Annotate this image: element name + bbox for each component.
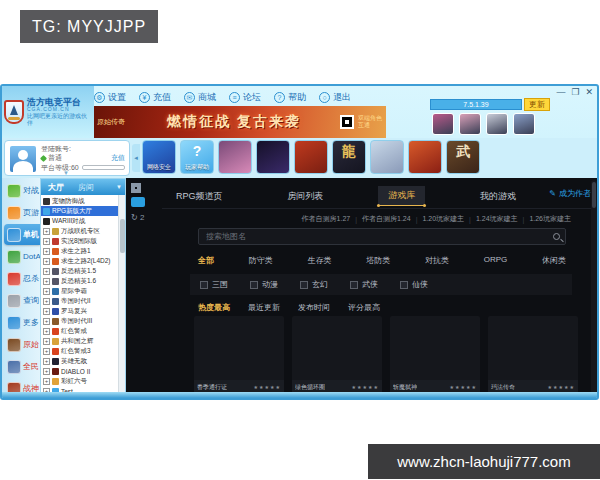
tag-filter-动漫[interactable]: 动漫 — [250, 279, 278, 290]
tag-filter-仙侠[interactable]: 仙侠 — [400, 279, 428, 290]
tab-房间列表[interactable]: 房间列表 — [277, 187, 333, 206]
checkbox[interactable] — [350, 281, 358, 289]
sidebar-tab-对战[interactable]: 对战 — [4, 180, 40, 201]
mall-button[interactable]: ✉商城 — [184, 91, 216, 104]
tree-item[interactable]: +万战联机专区 — [41, 226, 118, 236]
refresh-icon[interactable]: ↻ — [131, 213, 138, 222]
avatar[interactable] — [432, 113, 454, 135]
quick-link[interactable]: 1.26玩家建主 — [529, 214, 571, 224]
game-thumb[interactable] — [408, 140, 442, 174]
avatar[interactable] — [486, 113, 508, 135]
game-thumb[interactable] — [218, 140, 252, 174]
tree-item[interactable]: +求生之路1 — [41, 246, 118, 256]
recharge-button[interactable]: ¥充值 — [139, 91, 171, 104]
expand-icon[interactable]: + — [43, 328, 50, 335]
tab-RPG频道页[interactable]: RPG频道页 — [166, 187, 233, 206]
map-card[interactable]: 8544斩魔弑神斩魔弑神★★★★★ — [390, 316, 480, 394]
expand-icon[interactable]: + — [43, 228, 50, 235]
sort-发布时间[interactable]: 发布时间 — [298, 302, 330, 313]
quick-link[interactable]: 1.24玩家建主 — [476, 214, 518, 224]
map-card[interactable]: 8131玛法传奇玛法传奇★★★★★ — [488, 316, 578, 394]
sort-最近更新[interactable]: 最近更新 — [248, 302, 280, 313]
game-thumb[interactable]: 龍 — [332, 140, 366, 174]
sidebar-tab-原始[interactable]: 原始 — [4, 334, 40, 355]
expand-icon[interactable]: + — [43, 308, 50, 315]
tree-item[interactable]: +红色警戒 — [41, 326, 118, 336]
sidebar-tab-更多[interactable]: 更多 — [4, 312, 40, 333]
tree-item[interactable]: +反恐精英1.5 — [41, 266, 118, 276]
forum-button[interactable]: ≡论坛 — [229, 91, 261, 104]
checkbox[interactable] — [200, 281, 208, 289]
expand-icon[interactable]: + — [43, 288, 50, 295]
update-button[interactable]: 更新 — [524, 98, 550, 111]
category-休闲类[interactable]: 休闲类 — [542, 255, 566, 266]
game-thumb[interactable]: 武 — [446, 140, 480, 174]
tree-tab-房间[interactable]: 房间 — [71, 182, 101, 193]
tree-tab-大厅[interactable]: 大厅 — [41, 182, 71, 193]
tree-item[interactable]: +反恐精英1.6 — [41, 276, 118, 286]
checkbox[interactable] — [400, 281, 408, 289]
expand-icon[interactable]: + — [43, 368, 50, 375]
tree-item[interactable]: +红色警戒3 — [41, 346, 118, 356]
expand-icon[interactable]: + — [43, 278, 50, 285]
become-author-link[interactable]: ✎ 成为作者 — [549, 188, 591, 199]
chevron-down-icon[interactable]: ▼ — [116, 184, 122, 190]
panel-expand-caret[interactable]: ▼ — [63, 170, 69, 176]
minimize-button[interactable]: — — [556, 87, 565, 97]
expand-icon[interactable]: + — [43, 378, 50, 385]
expand-icon[interactable]: + — [43, 338, 50, 345]
exit-button[interactable]: ○退出 — [319, 91, 351, 104]
tree-scrollbar[interactable] — [118, 195, 125, 395]
quick-link[interactable]: 作者自测房1.27 — [302, 214, 351, 224]
tag-filter-武侠[interactable]: 武侠 — [350, 279, 378, 290]
tree-item[interactable]: 宠物防御战 — [41, 196, 118, 206]
search-input[interactable] — [204, 231, 553, 242]
game-thumb[interactable] — [370, 140, 404, 174]
quick-link[interactable]: 1.20玩家建主 — [422, 214, 464, 224]
gear-button[interactable]: ⚙设置 — [94, 91, 126, 104]
grid-view-icon[interactable] — [131, 183, 141, 193]
category-ORPG[interactable]: ORPG — [484, 255, 508, 266]
restore-button[interactable]: ❐ — [571, 87, 579, 97]
sidebar-tab-全民[interactable]: 全民 — [4, 356, 40, 377]
tree-item[interactable]: +帝国时代III — [41, 316, 118, 326]
tree-item[interactable]: +求生之路2(L4D2) — [41, 256, 118, 266]
content-scrollbar-thumb[interactable] — [592, 182, 596, 208]
expand-icon[interactable]: + — [43, 248, 50, 255]
recharge-link[interactable]: 充值 — [111, 153, 125, 162]
strip-item-玩家帮助[interactable]: ?玩家帮助 — [180, 140, 214, 174]
expand-icon[interactable]: + — [43, 348, 50, 355]
tag-filter-玄幻[interactable]: 玄幻 — [300, 279, 328, 290]
collapse-strip-button[interactable]: ◂ — [132, 144, 140, 172]
tree-item[interactable]: +帝国时代II — [41, 296, 118, 306]
tab-游戏库[interactable]: 游戏库 — [378, 186, 425, 206]
quick-link[interactable]: 作者自测房1.24 — [362, 214, 411, 224]
sidebar-tab-DotA[interactable]: DotA — [4, 246, 40, 267]
content-scrollbar[interactable] — [591, 180, 597, 394]
map-card[interactable]: 9741绿色循环圈外传绿色循环圈★★★★★ — [292, 316, 382, 394]
tree-item[interactable]: WARIII对战 — [41, 216, 118, 226]
tree-item[interactable]: +罗马复兴 — [41, 306, 118, 316]
expand-icon[interactable]: + — [43, 268, 50, 275]
category-防守类[interactable]: 防守类 — [249, 255, 273, 266]
tree-item[interactable]: +实况8国际版 — [41, 236, 118, 246]
expand-icon[interactable]: + — [43, 318, 50, 325]
channel-view-icon[interactable] — [131, 197, 145, 207]
category-对抗类[interactable]: 对抗类 — [425, 255, 449, 266]
tree-scrollbar-thumb[interactable] — [120, 219, 125, 253]
game-thumb[interactable] — [294, 140, 328, 174]
sidebar-tab-忍杀[interactable]: 忍杀 — [4, 268, 40, 289]
tree-item[interactable]: +DIABLO II — [41, 366, 118, 376]
ad-banner[interactable]: 原始传奇 燃情征战 复古来袭 双端角色互通 — [94, 106, 386, 138]
avatar[interactable] — [459, 113, 481, 135]
tab-我的游戏[interactable]: 我的游戏 — [470, 187, 526, 206]
avatar[interactable] — [513, 113, 535, 135]
tree-item[interactable]: +英雄无敌 — [41, 356, 118, 366]
category-全部[interactable]: 全部 — [198, 255, 214, 266]
map-card[interactable]: 13168春季通行证春季通行证★★★★★ — [194, 316, 284, 394]
tree-item[interactable]: +彩虹六号 — [41, 376, 118, 386]
tree-item[interactable]: +星际争霸 — [41, 286, 118, 296]
sidebar-tab-页游[interactable]: 页游 — [4, 202, 40, 223]
sidebar-tab-查询[interactable]: 查询 — [4, 290, 40, 311]
user-avatar[interactable] — [10, 146, 36, 172]
